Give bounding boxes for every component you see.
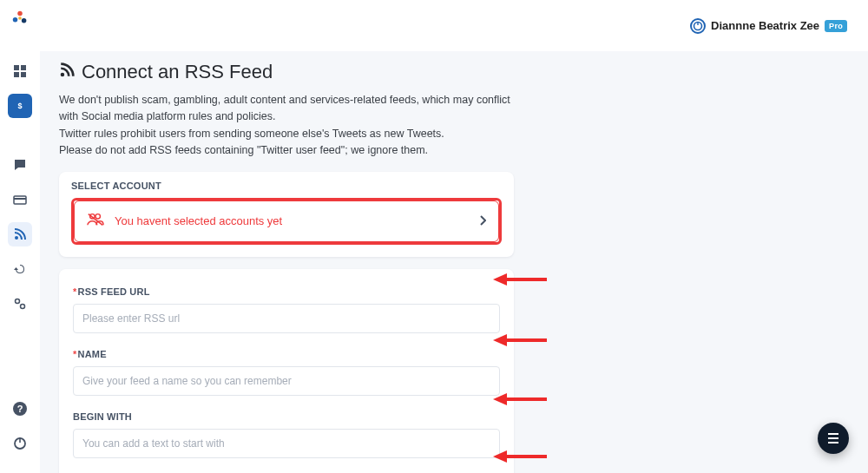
page-title-text: Connect an RSS Feed bbox=[82, 61, 273, 83]
svg-point-21 bbox=[61, 73, 65, 77]
pro-badge: Pro bbox=[825, 20, 847, 32]
select-account-button[interactable]: You havent selected accounts yet bbox=[74, 200, 499, 242]
svg-point-14 bbox=[21, 305, 25, 309]
form-group-begin: BEGIN WITH bbox=[73, 411, 500, 458]
svg-rect-4 bbox=[14, 65, 19, 70]
annotation-arrow bbox=[493, 396, 547, 403]
sidebar-item-dashboard[interactable] bbox=[8, 59, 32, 83]
sidebar-item-chat[interactable] bbox=[8, 153, 32, 177]
app-logo-icon bbox=[10, 9, 30, 28]
rss-url-input[interactable] bbox=[73, 304, 500, 333]
svg-rect-7 bbox=[21, 72, 26, 77]
annotation-arrow bbox=[493, 337, 547, 344]
svg-rect-11 bbox=[14, 198, 26, 200]
select-account-heading: SELECT ACCOUNT bbox=[71, 181, 502, 191]
begin-label: BEGIN WITH bbox=[73, 411, 500, 422]
svg-point-2 bbox=[22, 18, 27, 23]
power-icon bbox=[690, 18, 706, 34]
sidebar-item-help[interactable]: ? bbox=[8, 397, 32, 421]
page-title: Connect an RSS Feed bbox=[59, 61, 868, 83]
sidebar-item-rss[interactable] bbox=[8, 222, 32, 246]
sidebar-item-card[interactable] bbox=[8, 187, 32, 212]
svg-point-0 bbox=[17, 11, 23, 16]
name-input[interactable] bbox=[73, 366, 500, 396]
select-account-card: SELECT ACCOUNT You havent selected accou… bbox=[59, 172, 514, 257]
main: Connect an RSS Feed We don't publish sca… bbox=[40, 52, 868, 473]
svg-point-3 bbox=[18, 16, 22, 20]
disclaimer: We don't publish scam, gambling, adult c… bbox=[59, 92, 528, 160]
svg-rect-18 bbox=[19, 437, 21, 443]
sidebar-item-monetize[interactable]: $ bbox=[8, 94, 32, 118]
disclaimer-line: Twitter rules prohibit users from sendin… bbox=[59, 126, 528, 142]
sidebar-item-settings[interactable] bbox=[8, 292, 32, 316]
menu-icon bbox=[828, 433, 838, 443]
svg-point-12 bbox=[15, 236, 18, 240]
sidebar-item-history[interactable] bbox=[8, 257, 32, 281]
form-group-name: NAME bbox=[73, 349, 500, 396]
user-name: Diannne Beatrix Zee bbox=[711, 19, 819, 32]
svg-rect-20 bbox=[697, 22, 698, 25]
svg-text:?: ? bbox=[17, 404, 23, 414]
svg-point-23 bbox=[95, 214, 100, 218]
form-group-rss-url: RSS FEED URL bbox=[73, 286, 500, 333]
disclaimer-line: Please do not add RSS feeds containing "… bbox=[59, 142, 528, 159]
svg-rect-6 bbox=[14, 72, 19, 77]
begin-input[interactable] bbox=[73, 429, 500, 458]
no-accounts-icon bbox=[87, 212, 104, 231]
select-account-highlight: You havent selected accounts yet bbox=[71, 198, 502, 245]
sidebar: $ ? bbox=[0, 0, 40, 473]
rss-icon bbox=[59, 61, 75, 83]
sidebar-item-power[interactable] bbox=[8, 431, 32, 456]
name-label: NAME bbox=[73, 349, 500, 359]
chevron-right-icon bbox=[479, 214, 486, 228]
disclaimer-line: We don't publish scam, gambling, adult c… bbox=[59, 92, 528, 126]
svg-text:$: $ bbox=[17, 102, 22, 110]
user-menu[interactable]: Diannne Beatrix Zee Pro bbox=[690, 18, 847, 34]
rss-url-label: RSS FEED URL bbox=[73, 286, 500, 297]
annotation-arrow bbox=[493, 453, 547, 460]
fab-menu-button[interactable] bbox=[818, 423, 849, 454]
svg-point-1 bbox=[13, 17, 18, 23]
svg-rect-5 bbox=[21, 65, 26, 70]
svg-point-13 bbox=[16, 299, 20, 304]
topbar: Diannne Beatrix Zee Pro bbox=[0, 0, 868, 52]
annotation-arrow bbox=[493, 276, 547, 283]
svg-rect-10 bbox=[14, 196, 26, 204]
select-account-text: You havent selected accounts yet bbox=[115, 214, 469, 227]
feed-form-card: RSS FEED URL NAME BEGIN WITH END WITH bbox=[59, 269, 514, 474]
